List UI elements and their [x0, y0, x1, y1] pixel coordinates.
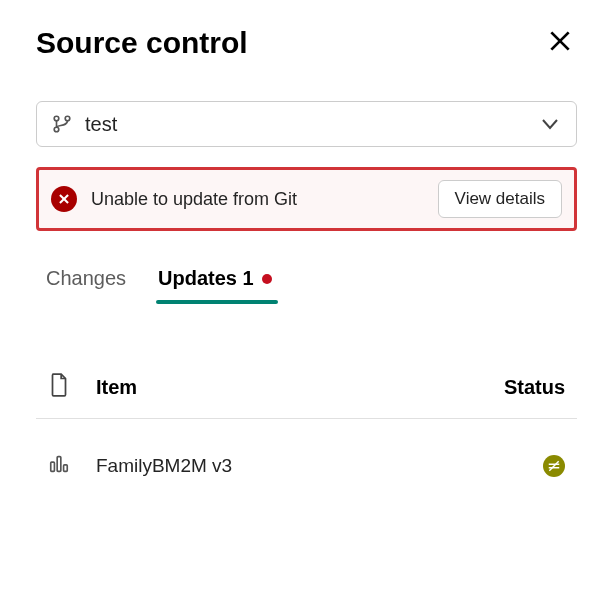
error-banner: Unable to update from Git View details — [36, 167, 577, 231]
tab-changes[interactable]: Changes — [44, 259, 128, 302]
update-indicator-dot — [262, 274, 272, 284]
header-icon-cell — [48, 372, 96, 402]
close-icon — [547, 28, 573, 57]
tab-updates-label: Updates 1 — [158, 267, 254, 290]
tab-list: Changes Updates 1 — [36, 259, 577, 302]
chevron-down-icon — [538, 112, 562, 136]
source-control-panel: Source control test — [0, 0, 613, 519]
row-type-icon-cell — [48, 453, 96, 479]
status-conflict-icon — [543, 455, 565, 477]
error-icon — [51, 186, 77, 212]
header-item: Item — [96, 376, 485, 399]
table-row[interactable]: FamilyBM2M v3 — [36, 419, 577, 495]
view-details-button[interactable]: View details — [438, 180, 562, 218]
svg-rect-7 — [51, 462, 55, 471]
branch-selector[interactable]: test — [36, 101, 577, 147]
svg-rect-9 — [64, 465, 68, 471]
branch-icon — [51, 113, 73, 135]
row-status-cell — [485, 455, 565, 477]
table-header-row: Item Status — [36, 362, 577, 419]
document-icon — [48, 372, 70, 402]
svg-point-2 — [54, 116, 59, 121]
panel-header: Source control — [36, 24, 577, 61]
svg-line-12 — [549, 461, 558, 470]
tab-updates[interactable]: Updates 1 — [156, 259, 274, 302]
tab-changes-label: Changes — [46, 267, 126, 290]
header-status: Status — [485, 376, 565, 399]
svg-rect-8 — [57, 457, 61, 472]
error-message: Unable to update from Git — [91, 189, 438, 210]
row-item-name: FamilyBM2M v3 — [96, 455, 485, 477]
bar-chart-icon — [48, 453, 70, 479]
svg-point-3 — [65, 116, 70, 121]
svg-point-4 — [54, 127, 59, 132]
panel-title: Source control — [36, 26, 248, 60]
close-button[interactable] — [543, 24, 577, 61]
branch-name: test — [85, 113, 538, 136]
